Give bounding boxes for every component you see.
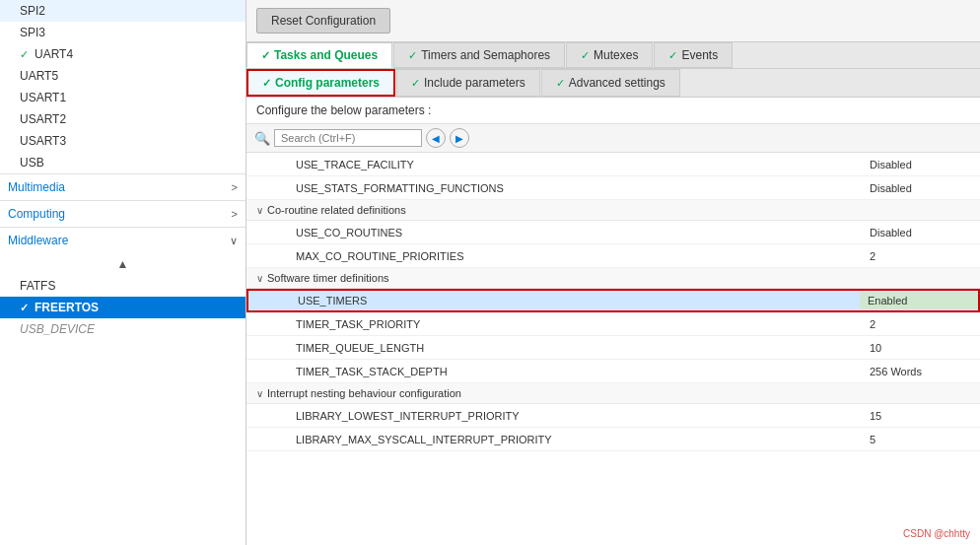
param-section: ∨Interrupt nesting behaviour configurati… xyxy=(246,383,980,404)
check-icon: ✓ xyxy=(262,77,271,90)
search-icon: 🔍 xyxy=(254,131,270,146)
check-icon: ✓ xyxy=(668,49,677,62)
config-label: Configure the below parameters : xyxy=(246,98,980,124)
param-value: 2 xyxy=(862,315,980,333)
param-value: Disabled xyxy=(862,156,980,173)
tab-label: Tasks and Queues xyxy=(274,48,378,62)
sidebar-item-usart3[interactable]: USART3 xyxy=(0,130,245,152)
param-name: USE_CO_ROUTINES xyxy=(246,224,862,241)
sidebar-category-label: Computing xyxy=(8,207,65,221)
check-icon: ✓ xyxy=(20,302,29,314)
search-bar: 🔍 ◀ ▶ xyxy=(246,124,980,153)
sidebar-item-label: USART1 xyxy=(20,91,66,104)
table-row[interactable]: LIBRARY_MAX_SYSCALL_INTERRUPT_PRIORITY5 xyxy=(246,428,980,451)
sidebar-item-freertos[interactable]: ✓FREERTOS xyxy=(0,297,245,318)
param-name: TIMER_TASK_PRIORITY xyxy=(246,315,862,333)
tab-tasks-queues[interactable]: ✓Tasks and Queues xyxy=(246,42,392,68)
tab-include-params[interactable]: ✓Include parameters xyxy=(396,69,540,97)
tab-advanced-settings[interactable]: ✓Advanced settings xyxy=(541,69,680,97)
check-icon: ✓ xyxy=(408,49,417,62)
sidebar-item-uart4[interactable]: ✓UART4 xyxy=(0,43,245,65)
chevron-right-icon: > xyxy=(232,181,238,193)
sidebar: SPI2SPI3✓UART4UART5USART1USART2USART3USB… xyxy=(0,0,246,545)
check-icon: ✓ xyxy=(581,49,590,62)
param-section: ∨Software timer definitions xyxy=(246,268,980,289)
sidebar-item-usart1[interactable]: USART1 xyxy=(0,87,245,108)
table-row[interactable]: USE_STATS_FORMATTING_FUNCTIONSDisabled xyxy=(246,176,980,200)
sidebar-item-uart5[interactable]: UART5 xyxy=(0,65,245,87)
search-input[interactable] xyxy=(274,129,422,147)
chevron-down-icon: ∨ xyxy=(230,235,238,247)
table-row[interactable]: USE_CO_ROUTINESDisabled xyxy=(246,221,980,244)
next-button[interactable]: ▶ xyxy=(450,128,469,148)
tabs-row2: ✓Config parameters✓Include parameters✓Ad… xyxy=(246,69,980,98)
param-name: LIBRARY_LOWEST_INTERRUPT_PRIORITY xyxy=(246,407,862,425)
sidebar-item-spi2[interactable]: SPI2 xyxy=(0,0,245,22)
sidebar-category-label: Multimedia xyxy=(8,180,65,194)
prev-button[interactable]: ◀ xyxy=(426,128,446,148)
sidebar-category-middleware[interactable]: Middleware∨ xyxy=(0,227,245,253)
param-name: MAX_CO_ROUTINE_PRIORITIES xyxy=(246,247,862,265)
sidebar-item-label: USB_DEVICE xyxy=(20,322,95,336)
param-value: 256 Words xyxy=(862,363,980,380)
param-name: USE_TIMERS xyxy=(248,292,860,309)
sidebar-item-usart2[interactable]: USART2 xyxy=(0,108,245,130)
action-bar: Reset Configuration xyxy=(246,0,980,42)
param-value: 2 xyxy=(862,247,980,265)
param-name: LIBRARY_MAX_SYSCALL_INTERRUPT_PRIORITY xyxy=(246,431,862,448)
main-content: Reset Configuration ✓Tasks and Queues✓Ti… xyxy=(246,0,980,545)
section-label: Software timer definitions xyxy=(267,272,389,284)
tab-events[interactable]: ✓Events xyxy=(654,42,733,68)
sidebar-category-multimedia[interactable]: Multimedia> xyxy=(0,173,245,200)
check-icon: ✓ xyxy=(411,77,420,90)
tab-label: Advanced settings xyxy=(569,76,665,90)
table-row[interactable]: USE_TRACE_FACILITYDisabled xyxy=(246,153,980,176)
chevron-right-icon: > xyxy=(232,208,238,220)
table-row[interactable]: TIMER_TASK_STACK_DEPTH256 Words xyxy=(246,360,980,383)
param-value: Enabled xyxy=(860,292,978,309)
param-section: ∨Co-routine related definitions xyxy=(246,200,980,221)
param-value: 15 xyxy=(862,407,980,425)
param-value: Disabled xyxy=(862,179,980,197)
sidebar-scroll-up[interactable]: ▲ xyxy=(0,253,245,275)
param-name: USE_TRACE_FACILITY xyxy=(246,156,862,173)
tab-label: Timers and Semaphores xyxy=(421,48,550,62)
sidebar-item-fatfs[interactable]: FATFS xyxy=(0,275,245,297)
section-label: Interrupt nesting behaviour configuratio… xyxy=(267,387,461,399)
params-table: USE_TRACE_FACILITYDisabledUSE_STATS_FORM… xyxy=(246,153,980,545)
chevron-down-icon: ∨ xyxy=(256,273,263,284)
table-row[interactable]: USE_TIMERSEnabled xyxy=(246,289,980,312)
param-value: Disabled xyxy=(862,224,980,241)
sidebar-item-usb_device[interactable]: USB_DEVICE xyxy=(0,318,245,340)
tab-label: Include parameters xyxy=(424,76,525,90)
table-row[interactable]: TIMER_TASK_PRIORITY2 xyxy=(246,312,980,336)
table-row[interactable]: LIBRARY_LOWEST_INTERRUPT_PRIORITY15 xyxy=(246,404,980,428)
tab-timers-semaphores[interactable]: ✓Timers and Semaphores xyxy=(393,42,565,68)
sidebar-item-spi3[interactable]: SPI3 xyxy=(0,22,245,43)
table-row[interactable]: MAX_CO_ROUTINE_PRIORITIES2 xyxy=(246,244,980,268)
tab-label: Events xyxy=(681,48,718,62)
tab-mutexes[interactable]: ✓Mutexes xyxy=(566,42,653,68)
table-row[interactable]: TIMER_QUEUE_LENGTH10 xyxy=(246,336,980,360)
sidebar-item-label: UART5 xyxy=(20,69,58,83)
param-name: TIMER_TASK_STACK_DEPTH xyxy=(246,363,862,380)
tab-config-params[interactable]: ✓Config parameters xyxy=(246,69,395,97)
reset-config-button[interactable]: Reset Configuration xyxy=(256,8,390,34)
sidebar-item-label: USART3 xyxy=(20,134,66,148)
chevron-down-icon: ∨ xyxy=(256,205,263,216)
param-name: TIMER_QUEUE_LENGTH xyxy=(246,339,862,357)
param-value: 10 xyxy=(862,339,980,357)
sidebar-item-usb[interactable]: USB xyxy=(0,152,245,173)
sidebar-item-label: SPI2 xyxy=(20,4,45,18)
check-icon: ✓ xyxy=(261,49,270,62)
sidebar-category-label: Middleware xyxy=(8,234,68,247)
check-icon: ✓ xyxy=(20,48,29,61)
param-name: USE_STATS_FORMATTING_FUNCTIONS xyxy=(246,179,862,197)
section-label: Co-routine related definitions xyxy=(267,204,406,216)
sidebar-item-label: USART2 xyxy=(20,112,66,126)
sidebar-category-computing[interactable]: Computing> xyxy=(0,200,245,227)
sidebar-item-label: UART4 xyxy=(35,47,73,61)
tab-label: Config parameters xyxy=(275,76,380,90)
sidebar-item-label: FATFS xyxy=(20,279,55,293)
tabs-row1: ✓Tasks and Queues✓Timers and Semaphores✓… xyxy=(246,42,980,69)
